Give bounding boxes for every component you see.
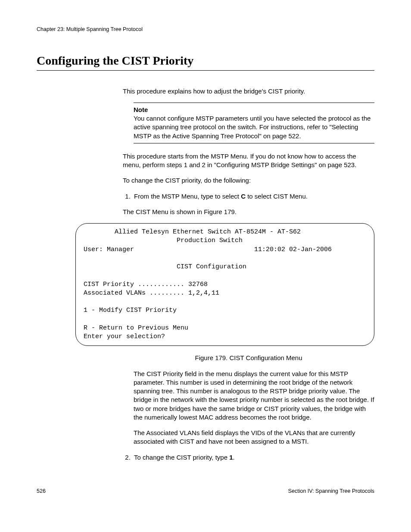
step-2-prefix: To change the CIST priority, type [134,454,229,461]
step-1-bold: C [241,193,246,200]
step-list: From the MSTP Menu, type to select C to … [123,192,374,201]
step-list-2: To change the CIST priority, type 1. [123,453,374,462]
note-label: Note [134,106,374,114]
todo-paragraph: To change the CIST priority, do the foll… [123,176,374,185]
terminal-heading: CIST Configuration [84,263,246,271]
cist-field-paragraph: The CIST Priority field in the menu disp… [134,370,374,422]
terminal-line-1: Allied Telesyn Ethernet Switch AT-8524M … [84,228,301,236]
step-2-suffix: . [233,454,235,461]
note-box: Note You cannot configure MSTP parameter… [134,103,374,143]
step-1: From the MSTP Menu, type to select C to … [132,192,374,201]
intro-paragraph: This procedure explains how to adjust th… [123,87,374,96]
step-1-suffix: to select CIST Menu. [246,193,308,200]
terminal-cist-priority: CIST Priority ............ 32768 [84,281,208,288]
terminal-assoc-vlans: Associated VLANs ......... 1,2,4,11 [84,289,219,297]
terminal-datetime: 11:20:02 02-Jan-2006 [254,246,332,253]
page-title: Configuring the CIST Priority [37,53,374,71]
assoc-vlans-paragraph: The Associated VLANs field displays the … [134,429,374,446]
chapter-header: Chapter 23: Multiple Spanning Tree Proto… [37,26,374,33]
terminal-screen: Allied Telesyn Ethernet Switch AT-8524M … [75,223,374,346]
step-2: To change the CIST priority, type 1. [132,453,374,462]
terminal-option-r: R - Return to Previous Menu [84,324,188,332]
menu-start-paragraph: This procedure starts from the MSTP Menu… [123,152,374,170]
step-1-sub: The CIST Menu is shown in Figure 179. [123,208,374,216]
note-body: You cannot configure MSTP parameters unt… [134,114,374,140]
terminal-user: User: Manager [84,246,134,253]
figure-caption: Figure 179. CIST Configuration Menu [123,354,374,362]
terminal-prompt: Enter your selection? [84,333,165,340]
step-1-prefix: From the MSTP Menu, type to select [134,193,241,200]
section-label: Section IV: Spanning Tree Protocols [288,488,374,495]
page-footer: 526 Section IV: Spanning Tree Protocols [37,488,374,495]
step-2-bold: 1 [229,454,233,461]
page-number: 526 [37,488,46,495]
terminal-line-2: Production Switch [84,237,243,244]
terminal-option-1: 1 - Modify CIST Priority [84,307,177,314]
